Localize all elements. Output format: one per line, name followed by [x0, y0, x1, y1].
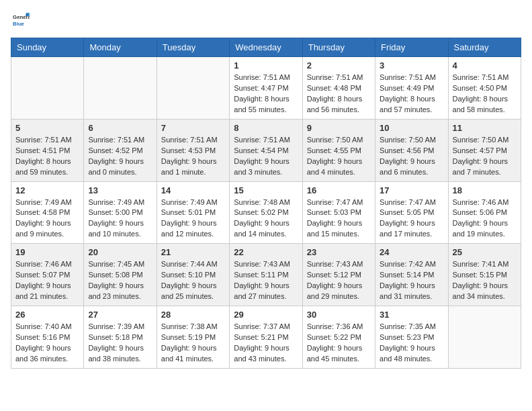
day-number: 1 — [234, 60, 298, 71]
calendar-header-row: SundayMondayTuesdayWednesdayThursdayFrid… — [11, 38, 521, 57]
day-info: Sunrise: 7:42 AMSunset: 5:14 PMDaylight:… — [380, 259, 443, 302]
calendar-week-row: 12Sunrise: 7:49 AMSunset: 4:58 PMDayligh… — [11, 181, 521, 244]
day-info: Sunrise: 7:39 AMSunset: 5:18 PMDaylight:… — [88, 322, 152, 365]
calendar-cell: 31Sunrise: 7:35 AMSunset: 5:23 PMDayligh… — [375, 306, 448, 369]
day-number: 6 — [88, 123, 152, 133]
day-info: Sunrise: 7:48 AMSunset: 5:02 PMDaylight:… — [234, 197, 298, 240]
calendar-table: SundayMondayTuesdayWednesdayThursdayFrid… — [11, 38, 521, 369]
day-number: 30 — [307, 310, 371, 320]
day-number: 5 — [15, 123, 79, 133]
calendar-cell: 8Sunrise: 7:51 AMSunset: 4:54 PMDaylight… — [230, 119, 302, 181]
day-info: Sunrise: 7:51 AMSunset: 4:51 PMDaylight:… — [15, 135, 79, 178]
calendar-week-row: 1Sunrise: 7:51 AMSunset: 4:47 PMDaylight… — [11, 57, 521, 120]
calendar-cell: 28Sunrise: 7:38 AMSunset: 5:19 PMDayligh… — [157, 306, 229, 369]
day-number: 17 — [380, 185, 443, 195]
logo-icon: General Blue — [11, 11, 30, 30]
calendar-header-sunday: Sunday — [11, 38, 84, 57]
day-number: 7 — [161, 123, 225, 133]
day-number: 14 — [161, 185, 225, 195]
day-number: 22 — [234, 247, 298, 257]
calendar-cell — [11, 57, 84, 120]
day-info: Sunrise: 7:40 AMSunset: 5:16 PMDaylight:… — [15, 322, 79, 365]
calendar-cell: 15Sunrise: 7:48 AMSunset: 5:02 PMDayligh… — [230, 181, 302, 244]
calendar-header-tuesday: Tuesday — [157, 38, 229, 57]
day-info: Sunrise: 7:49 AMSunset: 5:01 PMDaylight:… — [161, 197, 225, 240]
day-info: Sunrise: 7:38 AMSunset: 5:19 PMDaylight:… — [161, 322, 225, 365]
day-info: Sunrise: 7:43 AMSunset: 5:12 PMDaylight:… — [307, 259, 371, 302]
calendar-header-wednesday: Wednesday — [230, 38, 302, 57]
day-number: 9 — [307, 123, 371, 133]
calendar-cell: 2Sunrise: 7:51 AMSunset: 4:48 PMDaylight… — [302, 57, 375, 120]
day-info: Sunrise: 7:51 AMSunset: 4:49 PMDaylight:… — [380, 73, 443, 116]
calendar-cell: 3Sunrise: 7:51 AMSunset: 4:49 PMDaylight… — [375, 57, 448, 120]
calendar-cell — [448, 306, 521, 369]
calendar-header-monday: Monday — [84, 38, 157, 57]
day-number: 21 — [161, 247, 225, 257]
calendar-cell: 16Sunrise: 7:47 AMSunset: 5:03 PMDayligh… — [302, 181, 375, 244]
day-number: 27 — [88, 310, 152, 320]
calendar-cell: 26Sunrise: 7:40 AMSunset: 5:16 PMDayligh… — [11, 306, 84, 369]
calendar-cell: 18Sunrise: 7:46 AMSunset: 5:06 PMDayligh… — [448, 181, 521, 244]
calendar-cell: 22Sunrise: 7:43 AMSunset: 5:11 PMDayligh… — [230, 244, 302, 306]
day-info: Sunrise: 7:36 AMSunset: 5:22 PMDaylight:… — [307, 322, 371, 365]
calendar-cell: 13Sunrise: 7:49 AMSunset: 5:00 PMDayligh… — [84, 181, 157, 244]
calendar-header-thursday: Thursday — [302, 38, 375, 57]
day-info: Sunrise: 7:51 AMSunset: 4:52 PMDaylight:… — [88, 135, 152, 178]
day-number: 3 — [380, 60, 443, 71]
day-info: Sunrise: 7:45 AMSunset: 5:08 PMDaylight:… — [88, 259, 152, 302]
page-header: General Blue — [11, 11, 521, 30]
calendar-cell: 10Sunrise: 7:50 AMSunset: 4:56 PMDayligh… — [375, 119, 448, 181]
calendar-cell: 24Sunrise: 7:42 AMSunset: 5:14 PMDayligh… — [375, 244, 448, 306]
day-number: 10 — [380, 123, 443, 133]
calendar-cell: 5Sunrise: 7:51 AMSunset: 4:51 PMDaylight… — [11, 119, 84, 181]
day-info: Sunrise: 7:35 AMSunset: 5:23 PMDaylight:… — [380, 322, 443, 365]
day-number: 31 — [380, 310, 443, 320]
day-info: Sunrise: 7:46 AMSunset: 5:07 PMDaylight:… — [15, 259, 79, 302]
day-info: Sunrise: 7:51 AMSunset: 4:47 PMDaylight:… — [234, 73, 298, 116]
day-number: 23 — [307, 247, 371, 257]
day-info: Sunrise: 7:51 AMSunset: 4:48 PMDaylight:… — [307, 73, 371, 116]
calendar-cell: 7Sunrise: 7:51 AMSunset: 4:53 PMDaylight… — [157, 119, 229, 181]
day-number: 2 — [307, 60, 371, 71]
day-number: 15 — [234, 185, 298, 195]
day-info: Sunrise: 7:50 AMSunset: 4:56 PMDaylight:… — [380, 135, 443, 178]
day-number: 24 — [380, 247, 443, 257]
calendar-cell: 30Sunrise: 7:36 AMSunset: 5:22 PMDayligh… — [302, 306, 375, 369]
calendar-week-row: 19Sunrise: 7:46 AMSunset: 5:07 PMDayligh… — [11, 244, 521, 306]
day-info: Sunrise: 7:43 AMSunset: 5:11 PMDaylight:… — [234, 259, 298, 302]
calendar-header-saturday: Saturday — [448, 38, 521, 57]
day-number: 16 — [307, 185, 371, 195]
calendar-cell: 14Sunrise: 7:49 AMSunset: 5:01 PMDayligh… — [157, 181, 229, 244]
calendar-cell: 11Sunrise: 7:50 AMSunset: 4:57 PMDayligh… — [448, 119, 521, 181]
calendar-cell: 29Sunrise: 7:37 AMSunset: 5:21 PMDayligh… — [230, 306, 302, 369]
day-info: Sunrise: 7:41 AMSunset: 5:15 PMDaylight:… — [453, 259, 517, 302]
calendar-cell: 6Sunrise: 7:51 AMSunset: 4:52 PMDaylight… — [84, 119, 157, 181]
calendar-cell: 4Sunrise: 7:51 AMSunset: 4:50 PMDaylight… — [448, 57, 521, 120]
calendar-cell: 1Sunrise: 7:51 AMSunset: 4:47 PMDaylight… — [230, 57, 302, 120]
calendar-cell: 25Sunrise: 7:41 AMSunset: 5:15 PMDayligh… — [448, 244, 521, 306]
day-info: Sunrise: 7:50 AMSunset: 4:55 PMDaylight:… — [307, 135, 371, 178]
day-number: 25 — [453, 247, 517, 257]
day-info: Sunrise: 7:50 AMSunset: 4:57 PMDaylight:… — [453, 135, 517, 178]
day-number: 18 — [453, 185, 517, 195]
day-info: Sunrise: 7:51 AMSunset: 4:53 PMDaylight:… — [161, 135, 225, 178]
calendar-cell — [157, 57, 229, 120]
day-number: 28 — [161, 310, 225, 320]
calendar-cell — [84, 57, 157, 120]
day-info: Sunrise: 7:51 AMSunset: 4:50 PMDaylight:… — [453, 73, 517, 116]
day-number: 20 — [88, 247, 152, 257]
svg-text:Blue: Blue — [13, 21, 25, 27]
day-number: 26 — [15, 310, 79, 320]
calendar-week-row: 5Sunrise: 7:51 AMSunset: 4:51 PMDaylight… — [11, 119, 521, 181]
day-info: Sunrise: 7:46 AMSunset: 5:06 PMDaylight:… — [453, 197, 517, 240]
day-number: 8 — [234, 123, 298, 133]
calendar-header-friday: Friday — [375, 38, 448, 57]
calendar-cell: 17Sunrise: 7:47 AMSunset: 5:05 PMDayligh… — [375, 181, 448, 244]
calendar-cell: 27Sunrise: 7:39 AMSunset: 5:18 PMDayligh… — [84, 306, 157, 369]
calendar-cell: 9Sunrise: 7:50 AMSunset: 4:55 PMDaylight… — [302, 119, 375, 181]
calendar-week-row: 26Sunrise: 7:40 AMSunset: 5:16 PMDayligh… — [11, 306, 521, 369]
day-number: 11 — [453, 123, 517, 133]
calendar-cell: 23Sunrise: 7:43 AMSunset: 5:12 PMDayligh… — [302, 244, 375, 306]
day-info: Sunrise: 7:49 AMSunset: 4:58 PMDaylight:… — [15, 197, 79, 240]
day-info: Sunrise: 7:49 AMSunset: 5:00 PMDaylight:… — [88, 197, 152, 240]
